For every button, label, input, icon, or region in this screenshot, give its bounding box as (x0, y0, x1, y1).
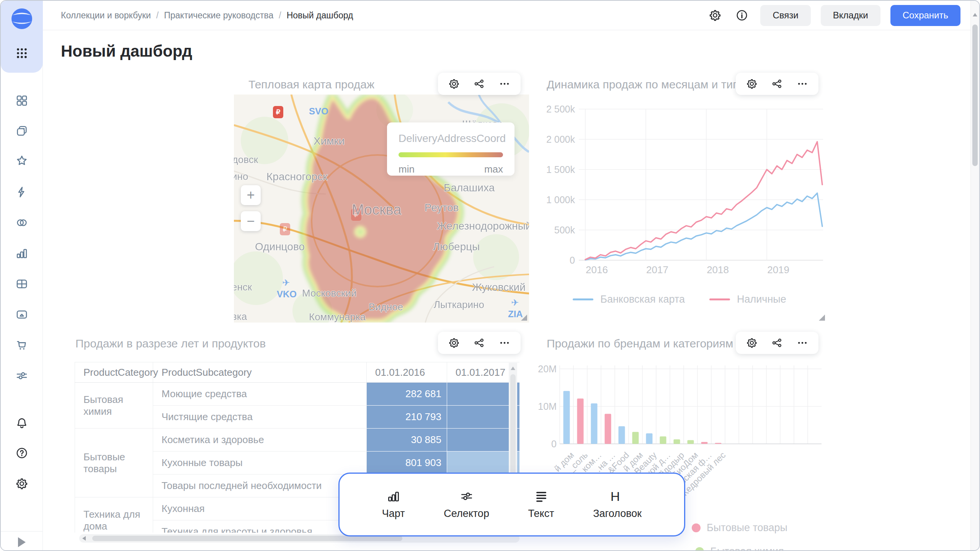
widget-links-button[interactable] (771, 337, 783, 349)
legend-item[interactable]: Наличные (709, 293, 786, 305)
widget-line-chart: Динамика продаж по месяцам и типам 2 500… (532, 70, 827, 323)
widget-settings-button[interactable] (746, 78, 758, 90)
sidebar-item-gallery[interactable] (13, 306, 30, 323)
add-chart-button[interactable]: Чарт (382, 489, 405, 520)
breadcrumb-item[interactable]: Практические руководства (164, 10, 273, 21)
breadcrumb: Коллекции и воркбуки/Практические руково… (61, 10, 707, 21)
scroll-up-icon (511, 367, 515, 370)
share-icon (771, 337, 783, 349)
breadcrumb-item[interactable]: Коллекции и воркбуки (61, 10, 151, 21)
datalens-logo[interactable] (11, 8, 32, 29)
sidebar-item-dashboards[interactable] (13, 276, 30, 292)
widget-resize-handle[interactable] (819, 315, 825, 321)
svg-text:10M: 10M (538, 401, 557, 412)
widget-settings-button[interactable] (448, 78, 460, 90)
bell-icon (15, 417, 28, 430)
links-button[interactable]: Связи (760, 5, 810, 26)
window-scrollbar[interactable] (970, 1, 979, 550)
map-zoom-in-button[interactable]: + (241, 185, 261, 205)
svg-text:2 500k: 2 500k (546, 104, 575, 114)
widget-links-button[interactable] (771, 78, 783, 90)
widget-toolbar (438, 73, 521, 95)
legend-item[interactable]: Банковская карта (573, 293, 685, 305)
filters-icon (460, 489, 474, 503)
gear-icon (746, 78, 758, 90)
map-city-label: Красногорск (266, 171, 327, 183)
widget-more-button[interactable] (796, 337, 808, 349)
add-widget-panel: ЧартСелекторТекстHЗаголовок (338, 473, 685, 536)
heatmap-legend: DeliveryAddressCoord min max (387, 122, 514, 176)
widget-heatmap: Тепловая карта продаж (234, 70, 529, 323)
add-text-button[interactable]: Текст (528, 489, 554, 520)
legend-swatch (573, 298, 593, 300)
app-window: Коллекции и воркбуки/Практические руково… (0, 0, 980, 551)
tabs-button[interactable]: Вкладки (821, 5, 880, 26)
widget-settings-button[interactable] (448, 337, 460, 349)
sidebar-item-settings[interactable] (13, 475, 30, 492)
info-icon (735, 9, 748, 22)
table-cell-value: 210 793 (367, 406, 447, 429)
widget-more-button[interactable] (796, 78, 808, 90)
widget-links-button[interactable] (473, 337, 485, 349)
table-column-header[interactable]: ProductSubcategory (153, 362, 367, 383)
legend-swatch (709, 298, 730, 300)
table-column-header[interactable]: 01.01.2016 (367, 362, 447, 383)
sidebar-item-connections[interactable] (13, 214, 30, 231)
widget-title: Продажи в разрезе лет и продуктов (75, 337, 266, 350)
lightning-icon (15, 186, 28, 199)
table-row: Бытовые товарыКосметика и здоровье30 885… (75, 429, 520, 452)
widget-title: Продажи по брендам и категориям (547, 337, 733, 350)
sidebar-item-services[interactable] (13, 367, 30, 384)
scrollbar-thumb[interactable] (972, 24, 978, 166)
sidebar-item-editor[interactable] (13, 184, 30, 201)
svg-text:1 000k: 1 000k (546, 194, 575, 205)
breadcrumb-item: Новый дашборд (287, 10, 353, 21)
table-column-header[interactable]: ProductCategory (75, 362, 153, 383)
sidebar-item-navigation[interactable] (13, 92, 30, 109)
map-city-label: ино (234, 171, 248, 183)
svg-text:2016: 2016 (586, 264, 608, 276)
map-city-label: Жуковский (472, 281, 526, 293)
sidebar-item-notifications[interactable] (13, 415, 30, 432)
ellipsis-icon (797, 337, 808, 349)
line-chart: 2 500k2 000k1 500k1 000k500k020162017201… (537, 100, 827, 278)
sidebar-item-charts[interactable] (13, 245, 30, 262)
scrollbar-thumb[interactable] (92, 536, 402, 541)
widget-links-button[interactable] (473, 78, 485, 90)
filters-icon (15, 369, 28, 382)
bar-chart-legend-item: Бытовая химия (652, 546, 828, 551)
sidebar-expand-button[interactable] (13, 536, 30, 549)
legend-min-label: min (399, 163, 415, 175)
widget-more-button[interactable] (498, 337, 511, 349)
map-city-label: Люберцы (433, 241, 480, 253)
sidebar-item-marketplace[interactable] (13, 337, 30, 354)
svg-text:0: 0 (570, 255, 575, 266)
svg-text:2018: 2018 (707, 264, 729, 276)
add-selector-button[interactable]: Селектор (444, 489, 489, 520)
heading-icon: H (611, 489, 624, 503)
gear-icon (746, 337, 758, 349)
page-title: Новый дашборд (61, 42, 192, 60)
map-city-label: Дедовск (234, 154, 258, 166)
gear-icon (448, 78, 460, 90)
sidebar-item-help[interactable] (13, 445, 30, 461)
map-airport-label: SVO (309, 106, 328, 117)
apps-grid-button[interactable] (13, 45, 30, 62)
gear-icon (448, 337, 460, 349)
save-button[interactable]: Сохранить (890, 5, 960, 26)
header-actions: Связи Вкладки Сохранить (707, 5, 960, 26)
dashboard-settings-button[interactable] (707, 7, 724, 24)
sidebar-divider (1, 531, 42, 531)
table-row: Бытовая химияМоющие средства282 681913 (75, 383, 520, 406)
dashboard-info-button[interactable] (733, 7, 750, 24)
svg-text:2019: 2019 (767, 264, 789, 276)
table-cell-category: Техника для дома (75, 497, 153, 533)
sidebar-item-collections[interactable] (13, 122, 30, 139)
sidebar-item-favorites[interactable] (13, 152, 30, 169)
map-zoom-out-button[interactable]: − (241, 211, 261, 231)
widget-settings-button[interactable] (746, 337, 758, 349)
share-icon (474, 337, 485, 349)
map-canvas[interactable]: ХимкиЩёлковоДедовскиноКрасногорскБалаших… (234, 95, 529, 323)
widget-more-button[interactable] (498, 78, 511, 90)
add-title-button[interactable]: HЗаголовок (593, 489, 642, 520)
